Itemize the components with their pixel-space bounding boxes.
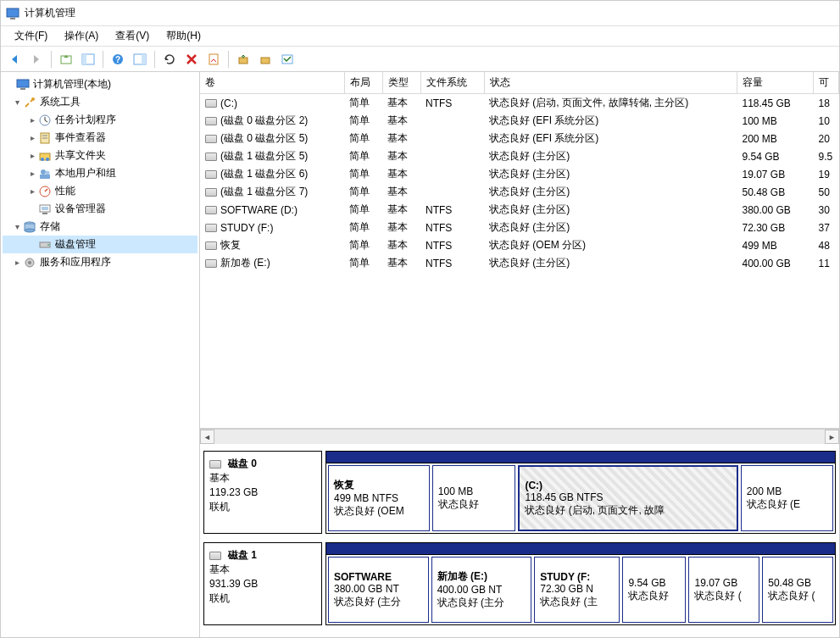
volume-row[interactable]: (磁盘 0 磁盘分区 5)简单基本状态良好 (EFI 系统分区)200 MB20 [200,130,839,147]
event-icon [38,131,52,145]
volume-row[interactable]: 恢复简单基本NTFS状态良好 (OEM 分区)499 MB48 [200,236,839,254]
volume-type-cell: 基本 [382,183,420,201]
tree-local-users[interactable]: ▸ 本地用户和组 [3,164,197,182]
tool-button-2[interactable] [255,49,275,69]
partition[interactable]: STUDY (F:72.30 GB N状态良好 (主 [534,557,620,623]
volume-row[interactable]: SOFTWARE (D:)简单基本NTFS状态良好 (主分区)380.00 GB… [200,201,839,219]
expand-icon[interactable]: ▸ [26,133,38,142]
volume-type-cell: 基本 [382,201,420,219]
volume-capacity-cell: 50.48 GB [737,183,814,201]
disk-info[interactable]: 磁盘 0基本119.23 GB联机 [203,451,322,534]
partition-name: 恢复 [334,478,424,492]
horizontal-scrollbar[interactable]: ◄ ► [200,429,839,444]
tree-performance[interactable]: ▸ 性能 [3,182,197,200]
menu-file[interactable]: 文件(F) [6,26,56,46]
volume-status-cell: 状态良好 (主分区) [484,165,737,183]
right-pane: 卷 布局 类型 文件系统 状态 容量 可 (C:)简单基本NTFS状态良好 (启… [200,72,839,637]
tool-button-3[interactable] [277,49,298,69]
volume-row[interactable]: 新加卷 (E:)简单基本NTFS状态良好 (主分区)400.00 GB11 [200,254,839,272]
app-icon [6,7,19,20]
volume-fs-cell: NTFS [420,254,484,272]
expand-icon[interactable]: ▸ [26,115,38,125]
expand-icon[interactable]: ▸ [26,169,38,178]
volume-fs-cell [420,147,484,165]
properties-button[interactable] [203,49,224,69]
scroll-right-icon[interactable]: ► [825,430,839,444]
volume-capacity-cell: 118.45 GB [737,94,814,113]
disk-row: 磁盘 0基本119.23 GB联机恢复499 MB NTFS状态良好 (OEM1… [203,451,836,534]
volume-list[interactable]: 卷 布局 类型 文件系统 状态 容量 可 (C:)简单基本NTFS状态良好 (启… [200,72,839,429]
tree-storage[interactable]: ▾ 存储 [3,218,197,236]
expand-icon[interactable]: ▸ [26,186,38,196]
svg-point-36 [28,261,31,264]
disk-header-bar [325,451,836,463]
up-button[interactable] [56,49,76,69]
col-type[interactable]: 类型 [382,72,420,94]
partition[interactable]: 19.07 GB状态良好 ( [688,557,759,623]
show-hide-console-tree-button[interactable] [78,49,98,69]
partition[interactable]: 100 MB状态良好 [432,465,516,531]
action-pane-button[interactable] [130,49,150,69]
partition[interactable]: 9.54 GB状态良好 [622,557,686,623]
help-button[interactable]: ? [108,49,128,69]
partition[interactable]: 恢复499 MB NTFS状态良好 (OEM [328,465,430,531]
col-capacity[interactable]: 容量 [737,72,814,94]
back-button[interactable] [4,49,25,69]
volume-capacity-cell: 100 MB [737,112,814,130]
tree-system-tools[interactable]: ▾ 系统工具 [3,93,197,111]
volume-row[interactable]: (磁盘 1 磁盘分区 6)简单基本状态良好 (主分区)19.07 GB19 [200,165,839,183]
tree-device-manager[interactable]: 设备管理器 [3,200,197,218]
col-layout[interactable]: 布局 [344,72,382,94]
partition[interactable]: (C:)118.45 GB NTFS状态良好 (启动, 页面文件, 故障 [518,465,737,531]
tree-services-apps[interactable]: ▸ 服务和应用程序 [3,253,197,271]
delete-button[interactable] [181,49,202,69]
partition-status: 状态良好 (启动, 页面文件, 故障 [525,503,731,518]
col-fs[interactable]: 文件系统 [420,72,484,94]
tree-event-viewer[interactable]: ▸ 事件查看器 [3,129,197,147]
volume-name-cell: (磁盘 0 磁盘分区 2) [200,112,344,130]
menu-action[interactable]: 操作(A) [56,26,107,46]
collapse-icon[interactable]: ▾ [11,222,23,231]
volume-capacity-cell: 72.30 GB [737,219,814,236]
volume-row[interactable]: (磁盘 1 磁盘分区 7)简单基本状态良好 (主分区)50.48 GB50 [200,183,839,201]
forward-button[interactable] [26,49,47,69]
scroll-left-icon[interactable]: ◄ [200,430,214,444]
scroll-track[interactable] [214,430,825,444]
navigation-tree[interactable]: 计算机管理(本地) ▾ 系统工具 ▸ 任务计划程序 ▸ 事件查看器 ▸ 共享文件… [1,72,200,637]
tree-task-scheduler[interactable]: ▸ 任务计划程序 [3,111,197,129]
expand-icon[interactable]: ▸ [26,151,38,160]
disk-graphical-view[interactable]: 磁盘 0基本119.23 GB联机恢复499 MB NTFS状态良好 (OEM1… [200,444,839,637]
tree-root[interactable]: 计算机管理(本地) [3,75,197,93]
volume-row[interactable]: (C:)简单基本NTFS状态良好 (启动, 页面文件, 故障转储, 主分区)11… [200,94,839,113]
volume-fs-cell [420,183,484,201]
partition[interactable]: 50.48 GB状态良好 ( [762,557,833,623]
partition[interactable]: 新加卷 (E:)400.00 GB NT状态良好 (主分 [431,557,532,623]
volume-row[interactable]: STUDY (F:)简单基本NTFS状态良好 (主分区)72.30 GB37 [200,219,839,236]
partition-name: STUDY (F: [540,571,614,583]
col-free[interactable]: 可 [814,72,839,94]
disk-info[interactable]: 磁盘 1基本931.39 GB联机 [203,542,322,625]
tree-shared-folders[interactable]: ▸ 共享文件夹 [3,147,197,164]
volume-row[interactable]: (磁盘 1 磁盘分区 5)简单基本状态良好 (主分区)9.54 GB9.5 [200,147,839,165]
volume-row[interactable]: (磁盘 0 磁盘分区 2)简单基本状态良好 (EFI 系统分区)100 MB10 [200,112,839,130]
refresh-button[interactable] [159,49,180,69]
svg-rect-28 [42,207,48,210]
partition[interactable]: 200 MB状态良好 (E [741,465,833,531]
tool-button-1[interactable] [233,49,253,69]
svg-point-21 [41,158,44,161]
menu-view[interactable]: 查看(V) [107,26,158,46]
col-status[interactable]: 状态 [484,72,737,94]
collapse-icon[interactable]: ▾ [11,97,23,107]
expand-icon[interactable]: ▸ [11,258,23,267]
tree-disk-management[interactable]: 磁盘管理 [3,236,197,253]
partition[interactable]: SOFTWARE380.00 GB NT状态良好 (主分 [328,557,429,623]
disk-parts-row: SOFTWARE380.00 GB NT状态良好 (主分新加卷 (E:)400.… [325,554,836,625]
svg-rect-14 [20,88,25,90]
volume-name-cell: (磁盘 1 磁盘分区 6) [200,165,344,183]
device-icon [38,202,52,216]
menu-help[interactable]: 帮助(H) [158,26,209,46]
svg-rect-10 [239,58,248,64]
col-volume[interactable]: 卷 [200,72,344,94]
disk-name: 磁盘 1 [209,548,316,563]
volume-name-cell: (C:) [200,94,344,113]
